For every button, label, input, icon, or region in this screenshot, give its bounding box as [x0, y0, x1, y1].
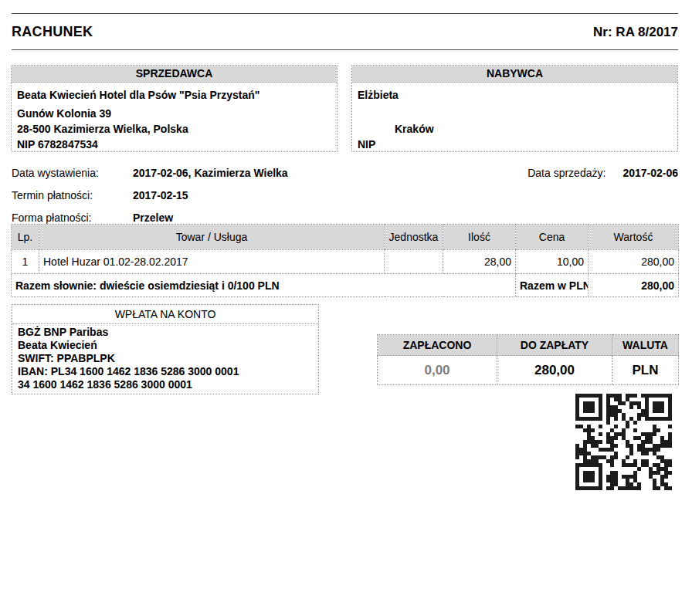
col-header-price: Cena — [516, 225, 589, 250]
seller-city: 28-500 Kazimierza Wielka, Polska — [17, 121, 331, 137]
due-date-value: 2017-02-15 — [133, 189, 188, 201]
col-header-unit: Jednostka — [385, 225, 443, 250]
seller-nip: NIP 6782847534 — [17, 137, 331, 152]
paid-header: ZAPŁACONO — [378, 335, 497, 356]
payment-summary-wrap: ZAPŁACONO DO ZAPŁATY WALUTA 0,00 280,00 … — [377, 334, 679, 385]
col-header-qty: Ilość — [443, 225, 516, 250]
items-table-wrap: Lp. Towar / Usługa Jednostka Ilość Cena … — [11, 224, 679, 297]
buyer-box: NABYWCA Elżbieta Kraków NIP — [351, 65, 678, 152]
item-qty: 28,00 — [443, 250, 516, 274]
payment-form-value: Przelew — [133, 212, 173, 224]
bank-box: WPŁATA NA KONTO BGŻ BNP Paribas Beata Kw… — [12, 304, 319, 394]
seller-header: SPRZEDAWCA — [12, 66, 337, 83]
issue-date-value: 2017-02-06, Kazimierza Wielka — [133, 167, 288, 179]
due-header: DO ZAPŁATY — [497, 335, 612, 356]
items-table: Lp. Towar / Usługa Jednostka Ilość Cena … — [11, 224, 679, 297]
seller-name: Beata Kwiecień Hotel dla Psów "Psia Przy… — [17, 87, 331, 103]
bank-account-number: 34 1600 1462 1836 5286 3000 0001 — [18, 378, 313, 391]
table-row: 1 Hotel Huzar 01.02-28.02.2017 28,00 10,… — [12, 250, 679, 274]
sale-date-label: Data sprzedaży: — [527, 167, 606, 179]
item-name: Hotel Huzar 01.02-28.02.2017 — [39, 250, 385, 274]
item-price: 10,00 — [516, 250, 589, 274]
payment-form-label: Forma płatności: — [12, 212, 133, 224]
item-value: 280,00 — [589, 250, 679, 274]
currency-header: WALUTA — [612, 335, 679, 356]
col-header-item: Towar / Usługa — [39, 225, 385, 250]
buyer-blank-line — [358, 106, 672, 121]
items-total-row: Razem słownie: dwieście osiemdziesiąt i … — [12, 274, 679, 297]
top-rule — [12, 13, 678, 14]
seller-details: Beata Kwiecień Hotel dla Psów "Psia Przy… — [12, 83, 337, 151]
sale-date-value: 2017-02-06 — [622, 167, 678, 179]
total-value: 280,00 — [589, 274, 679, 297]
document-title: RACHUNEK — [12, 24, 93, 40]
meta-row-due: Termin płatności: 2017-02-15 — [12, 184, 678, 206]
meta-row-issue: Data wystawienia: 2017-02-06, Kazimierza… — [12, 161, 678, 184]
bank-name: BGŻ BNP Paribas — [18, 326, 313, 339]
payment-summary-value-row: 0,00 280,00 PLN — [378, 356, 679, 385]
currency-value: PLN — [612, 356, 679, 385]
buyer-name: Elżbieta — [358, 87, 672, 103]
item-lp: 1 — [12, 250, 39, 274]
sale-date-group: Data sprzedaży: 2017-02-06 — [527, 167, 678, 179]
buyer-city: Kraków — [358, 121, 672, 137]
buyer-details: Elżbieta Kraków NIP — [352, 83, 677, 151]
buyer-nip: NIP — [358, 137, 672, 152]
document-number: Nr: RA 8/2017 — [593, 25, 678, 40]
total-in-words: Razem słownie: dwieście osiemdziesiąt i … — [12, 274, 516, 297]
item-unit — [385, 250, 443, 274]
buyer-header: NABYWCA — [352, 66, 677, 83]
col-header-lp: Lp. — [12, 225, 39, 250]
header-rule — [12, 49, 678, 50]
payment-summary-header-row: ZAPŁACONO DO ZAPŁATY WALUTA — [378, 335, 679, 356]
payment-summary-table: ZAPŁACONO DO ZAPŁATY WALUTA 0,00 280,00 … — [377, 334, 679, 385]
seller-street: Gunów Kolonia 39 — [17, 106, 331, 121]
bank-account-holder: Beata Kwiecień — [18, 339, 313, 352]
qr-code — [575, 394, 672, 490]
invoice-meta: Data wystawienia: 2017-02-06, Kazimierza… — [12, 161, 678, 228]
col-header-value: Wartość — [589, 225, 679, 250]
items-header-row: Lp. Towar / Usługa Jednostka Ilość Cena … — [12, 225, 679, 250]
bank-swift: SWIFT: PPABPLPK — [18, 352, 313, 365]
issue-date-label: Data wystawienia: — [12, 167, 133, 179]
bank-header: WPŁATA NA KONTO — [12, 305, 318, 324]
due-date-label: Termin płatności: — [12, 189, 133, 201]
seller-box: SPRZEDAWCA Beata Kwiecień Hotel dla Psów… — [11, 65, 338, 152]
due-amount: 280,00 — [497, 356, 612, 385]
total-label: Razem w PLN: — [516, 274, 589, 297]
paid-amount: 0,00 — [378, 356, 497, 385]
bank-details: BGŻ BNP Paribas Beata Kwiecień SWIFT: PP… — [12, 324, 318, 394]
bank-iban: IBAN: PL34 1600 1462 1836 5286 3000 0001 — [18, 365, 313, 378]
